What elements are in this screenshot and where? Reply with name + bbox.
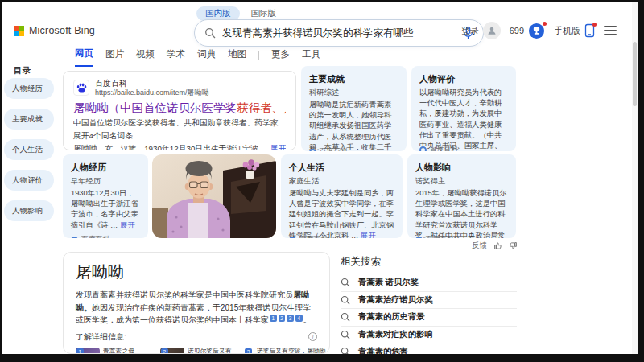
source-label: 百度百科 [81,235,109,238]
expand-link[interactable]: 展开 [361,232,376,238]
nav-separator [258,51,259,60]
sidebar-item-achievements[interactable]: 主要成就 [4,109,54,130]
info-icon[interactable]: i [308,332,317,341]
sidebar-item-personal-life[interactable]: 个人生活 [4,139,54,160]
tab-academic[interactable]: 学术 [167,48,185,66]
feedback-link[interactable]: 反馈 [472,241,487,251]
signin-button[interactable]: 登录 [461,22,501,39]
source-card-3[interactable]: 3 诺奖后又有突破，屠呦呦发现青蒿素是偶然的 … 知 zhuanlan.zhih… [245,348,330,355]
snippet-text: 屠呦呦，女，汉族，1930年12月30日出生于浙江宁波 … [73,144,268,150]
mobile-label: 手机版 [554,25,580,37]
sidebar-item-experience[interactable]: 人物经历 [4,78,54,99]
search-icon [341,347,350,354]
citation-3[interactable]: 3 [287,315,294,322]
related-search-item[interactable]: 青蒿素的历史背景 [341,308,517,326]
account-area: 登录 699 手机版 [461,22,617,39]
card-text-body: 屠呦呦是抗疟新药青蒿素的第一发明人，她领导科研组继承发扬祖国医药学遗产，从系统整… [309,101,391,151]
info-card-influence[interactable]: 人物影响 诺奖得主 2015年，屠呦呦获得诺贝尔生理学或医学奖，这是中国科学家在… [407,154,516,238]
expand-link[interactable]: 展开 [270,144,286,150]
source-card-1[interactable]: 1 青蒿素之母 ——诺贝尔奖得主屠 … worldscience.cn [76,348,155,355]
related-search-label: 青蒿素治疗诺贝尔奖 [358,294,433,306]
rewards-button[interactable]: 699 [510,23,545,39]
related-search-label: 青蒿素的历史背景 [358,311,424,323]
answer-text: 发现青蒿素并获得诺贝尔奖的科学家是中国中医科学院研究员 [76,290,293,299]
source-thumbnail: 1 [76,348,100,355]
search-icon [341,312,350,322]
tab-tools[interactable]: 工具 [302,48,320,66]
card-subtitle: 科研综述 [309,88,398,98]
search-input[interactable] [222,27,463,39]
toc-title: 目录 [14,65,31,76]
card-text: 以屠呦呦研究员为代表的一代代中医人才，辛勤耕耘，屡建功勋，为发展中医药事业、造福… [419,88,508,140]
expand-link[interactable]: 展开 [120,221,135,229]
card-source: 百度百科 [71,235,140,238]
baidu-logo-icon [73,80,89,96]
search-nav: 网页 图片 视频 学术 词典 地图 更多 工具 [75,47,320,67]
result-url[interactable]: https://baike.baidu.com/item/屠呦呦 [95,88,209,97]
card-title: 人物评价 [419,73,508,85]
result-snippet: 屠呦呦，女，汉族，1930年12月30日出生于浙江宁波 … 展开 [73,144,286,150]
search-icon [341,295,350,305]
related-search-item[interactable]: 青蒿素 诺贝尔奖 [341,274,517,291]
info-card-achievements[interactable]: 主要成就 科研综述 屠呦呦是抗疟新药青蒿素的第一发明人，她领导科研组继承发扬祖国… [301,66,407,151]
source-thumbnail: 2 [160,348,184,355]
thumbs-down-icon[interactable] [509,241,518,250]
tu-youyou-photo[interactable] [152,154,276,238]
microsoft-logo-icon [14,26,24,36]
card-text-body: 以屠呦呦研究员为代表的一代代中医人才，辛勤耕耘，屡建功勋，为发展中医药事业、造福… [419,88,502,151]
bing-logo[interactable]: Microsoft Bing [14,25,95,36]
tab-maps[interactable]: 地图 [228,48,246,66]
card-text: 屠呦呦是抗疟新药青蒿素的第一发明人，她领导科研组继承发扬祖国医药学遗产，从系统整… [309,100,398,142]
answer-title: 屠呦呦 [76,261,317,283]
mobile-version-button[interactable]: 手机版 [554,23,595,38]
sidebar-item-evaluation[interactable]: 人物评价 [4,170,54,191]
card-title: 人物影响 [415,162,508,174]
scrollbar-thumb[interactable] [633,42,637,106]
baidu-baike-icon [419,146,427,152]
rewards-trophy-icon [528,23,545,39]
related-search-item[interactable]: 青蒿素对疟疾的影响 [341,326,517,343]
notification-dot [543,22,547,26]
answer-paragraph: 发现青蒿素并获得诺贝尔奖的科学家是中国中医科学院研究员屠呦呦。她因发现治疗疟疾的… [76,289,317,327]
card-subtitle: 家庭生活 [289,176,394,187]
result-title-link[interactable]: 屠呦呦（中国首位诺贝尔医学奖获得者、共… [73,101,286,115]
info-card-experience[interactable]: 人物经历 早年经历 1930年12月30日，屠呦呦出生于浙江省宁波市，名字由父亲… [63,154,148,238]
related-search-item[interactable]: 青蒿素的危害 [341,343,517,354]
source-number-badge: 1 [76,348,84,355]
tab-dictionary[interactable]: 词典 [197,48,216,66]
same-name-entries-link[interactable]: 展开4个同名词条 [73,131,286,142]
title-highlight: 获得者、共… [237,101,286,114]
brand-text: Microsoft Bing [29,25,95,36]
source-label: 百度百科 [320,147,348,151]
tab-images[interactable]: 图片 [105,48,124,66]
card-text: 1930年12月30日，屠呦呦出生于浙江省宁波市，名字由父亲摘引自《诗 … 展开 [71,188,140,230]
result-description: 中国首位诺贝尔医学奖获得者、共和国勋章获得者、药学家 [73,118,286,129]
sidebar-item-influence[interactable]: 人物影响 [4,200,54,221]
card-text-body: 屠呦呦与丈夫李廷钊是同乡，两人曾是宁波效实中学同学，在李廷钊姐姐的撮合下走到一起… [289,189,394,238]
source-card-2[interactable]: 2 诺贝尔奖后又有突破，屠呦呦发 … 知 zhuanlan.zhih… [160,348,239,355]
rewards-points: 699 [510,26,524,35]
hamburger-menu-icon[interactable] [604,26,617,35]
info-card-personal-life[interactable]: 个人生活 家庭生活 屠呦呦与丈夫李廷钊是同乡，两人曾是宁波效实中学同学，在李廷钊… [281,154,402,238]
tab-more[interactable]: 更多 [271,48,290,66]
result-source-name: 百度百科 [95,79,209,88]
scrollbar[interactable] [632,2,638,354]
info-card-evaluation[interactable]: 人物评价 以屠呦呦研究员为代表的一代代中医人才，辛勤耕耘，屡建功勋，为发展中医药… [411,66,516,151]
citation-2[interactable]: 2 [279,315,286,322]
notification-dot [592,23,597,27]
search-icon [341,330,350,339]
thumbs-up-icon[interactable] [493,241,502,250]
card-text: 屠呦呦与丈夫李廷钊是同乡，两人曾是宁波效实中学同学，在李廷钊姐姐的撮合下走到一起… [289,188,394,230]
tab-videos[interactable]: 视频 [136,48,155,66]
citation-1[interactable]: 1 [270,315,277,322]
bing-serp-page: 国内版 国际版 Microsoft Bing 登录 [2,2,638,354]
answer-text: 。 [303,315,312,324]
related-search-label: 青蒿素的危害 [358,346,408,354]
citation-4[interactable]: 4 [295,315,303,322]
source-label: 百度百科 [299,235,328,238]
related-search-item[interactable]: 青蒿素治疗诺贝尔奖 [341,291,517,309]
tab-web[interactable]: 网页 [75,47,93,67]
card-text: 2015年，屠呦呦获得诺贝尔生理学或医学奖，这是中国科学家在中国本土进行的科学研… [415,188,508,230]
search-bar[interactable] [194,19,484,47]
answer-card: 屠呦呦 发现青蒿素并获得诺贝尔奖的科学家是中国中医科学院研究员屠呦呦。她因发现治… [63,252,330,354]
